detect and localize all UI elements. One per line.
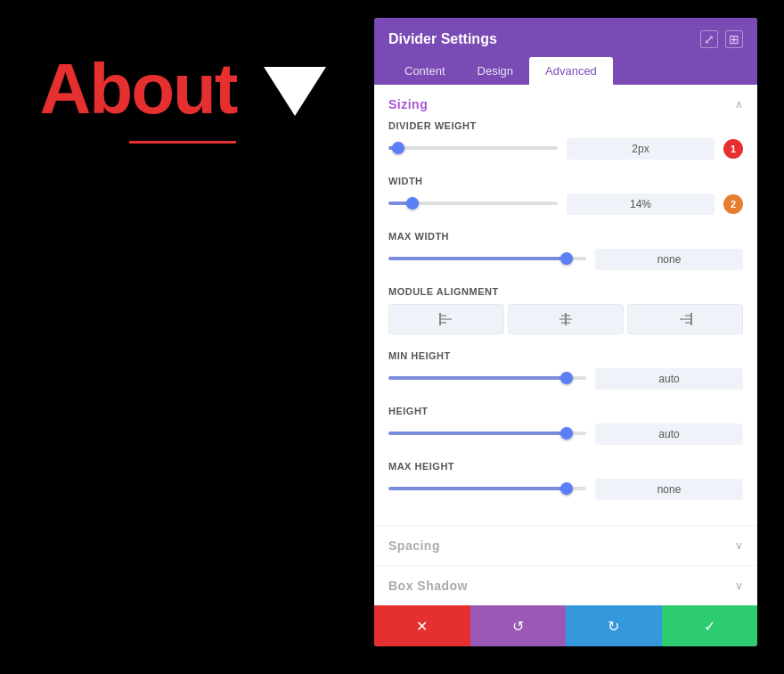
max-width-slider-row — [388, 249, 743, 270]
panel-footer: ✕ ↺ ↻ ✓ — [374, 605, 757, 646]
svg-rect-11 — [690, 313, 692, 325]
max-width-slider[interactable] — [388, 257, 586, 262]
background-area: About — [0, 0, 365, 674]
spacing-title: Spacing — [388, 538, 440, 553]
svg-rect-9 — [680, 318, 692, 320]
sizing-section-body: Divider Weight 1 Width — [374, 120, 757, 525]
width-thumb[interactable] — [406, 197, 419, 210]
tab-bar: Content Design Advanced — [388, 57, 743, 85]
divider-weight-thumb[interactable] — [392, 142, 404, 154]
max-height-value[interactable] — [595, 479, 743, 500]
about-underline — [129, 141, 236, 144]
max-height-thumb[interactable] — [560, 482, 573, 495]
undo-button[interactable]: ↺ — [470, 605, 567, 646]
divider-weight-value[interactable] — [567, 138, 715, 160]
max-width-value[interactable] — [595, 249, 743, 270]
sizing-section-header: Sizing ∧ — [374, 85, 757, 120]
panel-body: Sizing ∧ Divider Weight 1 — [374, 85, 757, 605]
box-shadow-section[interactable]: Box Shadow ∨ — [374, 565, 757, 605]
max-height-fill — [388, 487, 567, 490]
divider-weight-label: Divider Weight — [388, 120, 743, 131]
max-height-slider[interactable] — [388, 487, 586, 492]
field-max-height: Max Height — [388, 461, 743, 500]
field-max-width: Max Width — [388, 231, 743, 270]
divider-weight-slider[interactable] — [388, 146, 558, 152]
sizing-toggle[interactable]: ∧ — [735, 98, 743, 111]
svg-rect-1 — [439, 318, 452, 320]
columns-icon[interactable]: ⊞ — [725, 30, 743, 48]
max-height-slider-row — [388, 479, 743, 500]
max-height-label: Max Height — [388, 461, 743, 472]
align-center-icon — [559, 313, 573, 325]
tab-advanced[interactable]: Advanced — [529, 57, 613, 85]
width-label: Width — [388, 176, 743, 186]
min-height-fill — [388, 376, 567, 380]
align-left-icon — [439, 313, 453, 325]
box-shadow-title: Box Shadow — [388, 579, 468, 593]
fullscreen-icon[interactable]: ⤢ — [700, 30, 718, 48]
height-label: Height — [388, 406, 743, 416]
min-height-slider-row — [388, 368, 743, 390]
height-thumb[interactable] — [560, 427, 573, 440]
min-height-thumb[interactable] — [560, 372, 573, 384]
width-badge: 2 — [723, 194, 743, 214]
save-button[interactable]: ✓ — [662, 605, 758, 646]
module-alignment-label: Module Alignment — [388, 286, 743, 297]
min-height-track — [388, 376, 586, 380]
field-width: Width 2 — [388, 176, 743, 215]
svg-rect-3 — [439, 313, 441, 325]
box-shadow-toggle[interactable]: ∨ — [735, 579, 743, 592]
max-width-label: Max Width — [388, 231, 743, 242]
alignment-buttons — [388, 304, 743, 334]
redo-button[interactable]: ↻ — [566, 605, 662, 646]
height-track — [388, 432, 586, 435]
height-value[interactable] — [595, 423, 743, 445]
svg-rect-7 — [565, 313, 567, 325]
about-label: About — [39, 53, 236, 125]
max-width-thumb[interactable] — [560, 252, 573, 265]
min-height-slider[interactable] — [388, 376, 586, 382]
panel-header: Divider Settings ⤢ ⊞ Content Design Adva… — [374, 18, 757, 85]
height-slider[interactable] — [388, 432, 586, 437]
triangle-icon — [264, 67, 326, 116]
max-width-track — [388, 257, 586, 260]
field-module-alignment: Module Alignment — [388, 286, 743, 334]
align-right-button[interactable] — [627, 304, 743, 334]
divider-weight-slider-row: 1 — [388, 138, 743, 160]
field-min-height: Min Height — [388, 350, 743, 390]
field-height: Height — [388, 406, 743, 445]
height-fill — [388, 432, 567, 435]
max-width-fill — [388, 257, 567, 260]
width-slider[interactable] — [388, 201, 558, 207]
min-height-label: Min Height — [388, 350, 743, 361]
spacing-section[interactable]: Spacing ∨ — [374, 525, 757, 565]
width-slider-row: 2 — [388, 193, 743, 215]
min-height-value[interactable] — [595, 368, 743, 390]
width-value[interactable] — [567, 193, 715, 215]
width-track — [388, 201, 558, 205]
height-slider-row — [388, 423, 743, 445]
max-height-track — [388, 487, 586, 490]
divider-weight-track — [388, 146, 558, 150]
align-left-button[interactable] — [388, 304, 504, 334]
tab-design[interactable]: Design — [461, 57, 529, 85]
tab-content[interactable]: Content — [388, 57, 461, 85]
spacing-toggle[interactable]: ∨ — [735, 539, 743, 552]
settings-panel: Divider Settings ⤢ ⊞ Content Design Adva… — [374, 18, 757, 646]
panel-title: Divider Settings — [388, 31, 497, 47]
cancel-button[interactable]: ✕ — [374, 605, 470, 646]
sizing-title: Sizing — [388, 97, 428, 111]
field-divider-weight: Divider Weight 1 — [388, 120, 743, 160]
align-center-button[interactable] — [508, 304, 624, 334]
divider-weight-badge: 1 — [723, 139, 743, 159]
align-right-icon — [678, 313, 692, 325]
about-row: About — [39, 53, 325, 125]
panel-title-row: Divider Settings ⤢ ⊞ — [388, 30, 743, 48]
panel-icons: ⤢ ⊞ — [700, 30, 743, 48]
